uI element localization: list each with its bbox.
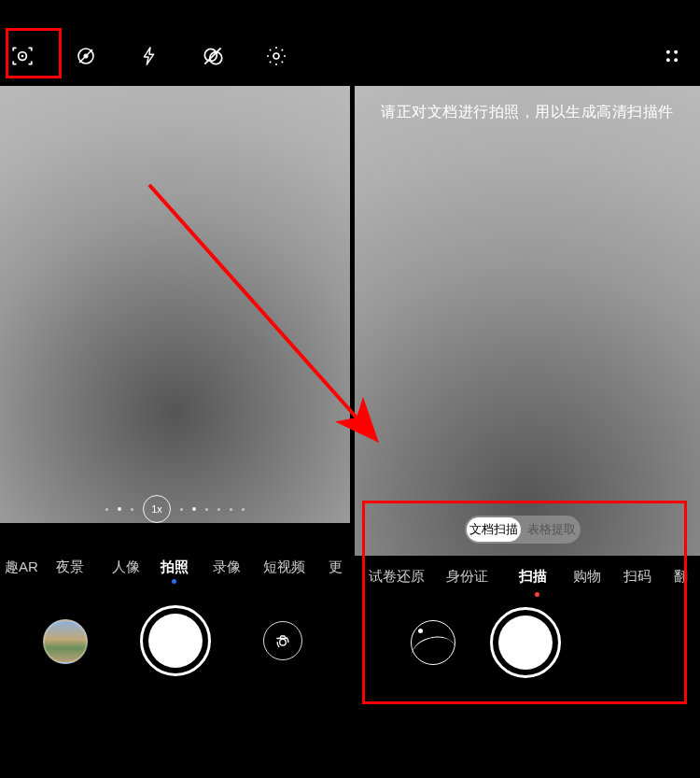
zoom-control[interactable]: 1x (0, 495, 350, 523)
mode-idcard[interactable]: 身份证 (446, 568, 488, 586)
mode-video[interactable]: 录像 (213, 559, 241, 576)
mode-night[interactable]: 夜景 (56, 559, 84, 576)
mode-indicator-right (535, 592, 539, 597)
svg-point-10 (675, 51, 678, 54)
svg-point-8 (273, 53, 279, 59)
shutter-button-left[interactable] (140, 605, 211, 676)
live-off-icon[interactable] (73, 43, 99, 69)
flash-icon[interactable] (136, 43, 162, 69)
switch-camera-button[interactable] (263, 621, 302, 660)
svg-point-13 (280, 639, 287, 645)
segment-table-extract[interactable]: 表格提取 (523, 516, 581, 544)
mode-shopping[interactable]: 购物 (573, 568, 601, 586)
grip-icon[interactable] (659, 43, 685, 69)
svg-point-12 (675, 59, 678, 62)
mode-ar[interactable]: 趣AR (5, 559, 38, 576)
mode-strip-left[interactable]: 趣AR 夜景 人像 拍照 录像 短视频 更 (0, 553, 350, 581)
mode-translate[interactable]: 翻 (674, 568, 688, 586)
zoom-level-badge[interactable]: 1x (143, 495, 171, 523)
ai-lens-icon[interactable] (9, 43, 35, 69)
svg-point-11 (667, 59, 670, 62)
filter-off-icon[interactable] (200, 43, 226, 69)
divider (350, 86, 355, 553)
mode-scan[interactable]: 扫描 (519, 568, 547, 586)
scan-preview-icon[interactable] (411, 620, 455, 665)
svg-point-9 (667, 51, 670, 54)
segment-doc-scan[interactable]: 文档扫描 (467, 517, 521, 542)
mode-qr[interactable]: 扫码 (623, 568, 651, 586)
mode-indicator-left (172, 579, 176, 584)
svg-line-4 (79, 50, 92, 63)
scan-type-segmented[interactable]: 文档扫描 表格提取 (465, 516, 581, 544)
shutter-button-right[interactable] (490, 607, 561, 678)
scan-hint-text: 请正对文档进行拍照，用以生成高清扫描件 (381, 103, 674, 122)
gallery-thumbnail[interactable] (43, 619, 88, 664)
mode-exam[interactable]: 试卷还原 (369, 568, 425, 586)
svg-point-1 (21, 55, 24, 58)
mode-portrait[interactable]: 人像 (112, 559, 140, 576)
mode-strip-right[interactable]: 试卷还原 身份证 扫描 购物 扫码 翻 (367, 568, 689, 596)
viewfinder-left (0, 86, 350, 553)
mode-shortvid[interactable]: 短视频 (263, 559, 305, 576)
top-toolbar (0, 34, 700, 78)
settings-icon[interactable] (263, 43, 289, 69)
mode-more[interactable]: 更 (329, 559, 343, 576)
mode-photo[interactable]: 拍照 (161, 559, 189, 576)
